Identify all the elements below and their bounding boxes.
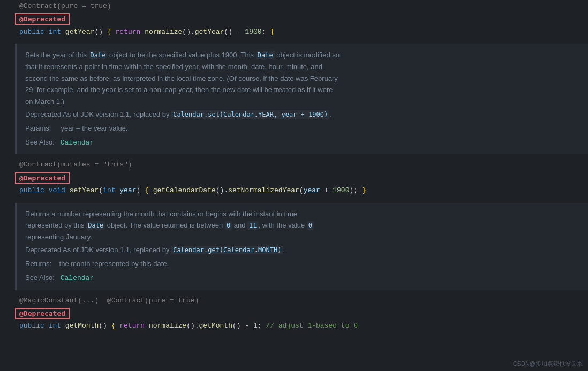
deprecated-badge-1: @Deprecated — [0, 12, 588, 26]
deprecated-badge-2: @Deprecated — [0, 171, 588, 185]
doc-block-setyear: Sets the year of this Date object to be … — [15, 44, 588, 154]
doc-block-getmonth: Returns a number representing the month … — [15, 203, 588, 290]
deprecated-badge-3: @Deprecated — [0, 307, 588, 320]
code-line-setyear: public void setYear(int year) { getCalen… — [0, 185, 588, 196]
annotation-magic: @MagicConstant(...) @Contract(pure = tru… — [0, 294, 588, 307]
spacer1 — [0, 37, 588, 42]
code-line-getmonth: public int getMonth() { return normalize… — [0, 320, 588, 332]
code-line-getyear: public int getYear() { return normalize(… — [0, 26, 588, 37]
watermark: CSDN@多加点辣也没关系 — [513, 360, 583, 368]
annotation-contract2: @Contract(mutates = "this") — [0, 158, 588, 171]
calendar-link-2[interactable]: Calendar — [61, 274, 94, 282]
annotation-contract1: @Contract(pure = true) — [0, 0, 588, 12]
calendar-link-1[interactable]: Calendar — [61, 139, 94, 147]
editor-container: @Contract(pure = true) @Deprecated publi… — [0, 0, 588, 371]
spacer3 — [0, 196, 588, 201]
